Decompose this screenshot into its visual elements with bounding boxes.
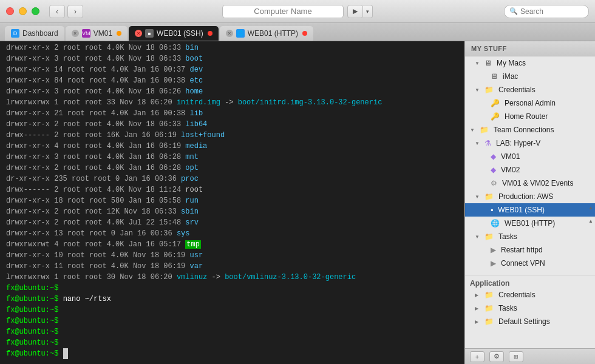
add-button[interactable]: + — [470, 351, 484, 362]
sidebar-item-web01-ssh[interactable]: ▪WEB01 (SSH)▲ — [465, 203, 595, 217]
tab-vm01[interactable]: × VM VM01 — [66, 26, 127, 41]
sidebar-item-web01-http[interactable]: 🌐WEB01 (HTTP)▲ — [465, 217, 595, 230]
sidebar-scroll[interactable]: 🖥My Macs🖥iMac📁Credentials🔑Personal Admin… — [465, 56, 595, 348]
date: Nov 18 06:20 — [120, 98, 172, 107]
sidebar-item-lab-hyper-v[interactable]: ⚗LAB: Hyper-V — [465, 136, 595, 150]
computer_small-icon: 🖥 — [491, 72, 498, 81]
terminal-line: dr-xr-xr-x 235 root root 0 Jan 16 00:36 … — [6, 174, 458, 184]
owner: root — [67, 197, 85, 205]
sidebar-item-label: Production: AWS — [498, 192, 553, 201]
sidebar-bottombar: + ⚙ ⊞ — [465, 348, 595, 364]
terminal-line: drwxr-xr-x 13 root root 0 Jan 16 00:36 s… — [6, 228, 458, 239]
date: Jan 16 06:28 — [129, 153, 181, 161]
prompt-text: fx@ubuntu:~$ — [6, 339, 58, 347]
group: root — [85, 186, 103, 194]
file-size: 4.0K — [107, 142, 124, 150]
sidebar-item-my-macs[interactable]: 🖥My Macs — [465, 56, 595, 70]
file-size: 4.0K — [111, 251, 129, 260]
title-center: ▶ ▾ — [222, 5, 373, 18]
group: root — [89, 197, 107, 205]
owner: root — [63, 153, 81, 161]
sidebar-item-credentials[interactable]: 📁Credentials — [465, 83, 595, 96]
owner: root — [67, 262, 85, 271]
sidebar-item-production-aws[interactable]: 📁Production: AWS — [465, 190, 595, 203]
sidebar-item-vm02[interactable]: ◆VM02 — [465, 163, 595, 177]
date: Jan 16 06:28 — [129, 164, 181, 172]
dir-name: proc — [181, 175, 199, 183]
sidebar-item-imac[interactable]: 🖥iMac — [465, 70, 595, 83]
tab-close-vm01[interactable]: × — [72, 30, 79, 37]
sidebar-item-app-tasks[interactable]: 📁Tasks — [465, 302, 595, 315]
file-size: 4.0K — [111, 262, 129, 271]
tab-close-web01-ssh[interactable]: × — [135, 30, 142, 37]
tab-dot-web01-http — [302, 31, 307, 36]
sidebar-item-team-connections[interactable]: 📁Team Connections — [465, 123, 595, 136]
search-input[interactable] — [520, 7, 583, 16]
scroll-indicator[interactable]: ▲ — [586, 217, 595, 225]
sidebar-item-vm01[interactable]: ◆VM01 — [465, 150, 595, 163]
owner: root — [63, 44, 81, 52]
group: root — [85, 273, 103, 281]
date: Nov 18 06:19 — [133, 262, 185, 271]
tab-web01-ssh[interactable]: × ■ WEB01 (SSH) — [129, 26, 219, 41]
terminal-line: fx@ubuntu:~$ — [6, 326, 458, 337]
sidebar-item-app-default-settings[interactable]: 📁Default Settings — [465, 315, 595, 328]
dir-name: srv — [185, 218, 199, 227]
prompt-text: fx@ubuntu:~$ — [6, 317, 58, 325]
grid-button[interactable]: ⊞ — [509, 351, 523, 362]
folder-icon: 📁 — [480, 126, 489, 134]
owner: root — [63, 87, 81, 96]
dir-name: boot — [185, 55, 203, 63]
sidebar-item-home-router[interactable]: 🔑Home Router — [465, 110, 595, 123]
minimize-button[interactable] — [19, 7, 27, 15]
sidebar-item-personal-admin[interactable]: 🔑Personal Admin — [465, 96, 595, 110]
titlebar: ‹ › ▶ ▾ 🔍 — [0, 0, 595, 23]
terminal-line: lrwxrwxrwx 1 root root 30 Nov 18 06:20 v… — [6, 272, 458, 283]
search-icon: 🔍 — [509, 7, 518, 15]
prompt-text: fx@ubuntu:~$ — [6, 306, 58, 314]
sidebar-item-tasks[interactable]: 📁Tasks — [465, 230, 595, 243]
task-icon: ▶ — [491, 246, 496, 254]
close-button[interactable] — [6, 7, 14, 15]
sidebar-item-app-credentials[interactable]: 📁Credentials — [465, 288, 595, 302]
tab-web01-http[interactable]: × 🌐 WEB01 (HTTP) — [220, 26, 313, 41]
terminal[interactable]: fx@ubuntu:~$ pwd/home/fxfx@ubuntu:~$ fx@… — [0, 41, 464, 364]
play-button[interactable]: ▶ — [347, 5, 363, 18]
permissions: drwxr-xr-x — [6, 207, 50, 216]
sidebar-item-label: My Macs — [497, 59, 526, 67]
dir-name: bin — [185, 44, 199, 52]
group: root — [89, 251, 107, 260]
disclosure-icon — [475, 194, 481, 200]
gear-icon: ⚙ — [491, 179, 497, 187]
link-name: vmlinuz — [177, 273, 207, 281]
terminal-line: fx@ubuntu:~$ — [6, 315, 458, 326]
tab-close-web01-http[interactable]: × — [226, 30, 233, 37]
sidebar-item-label: Default Settings — [498, 317, 550, 326]
sidebar-item-vm01-vm02-events[interactable]: ⚙VM01 & VM02 Events — [465, 177, 595, 190]
forward-button[interactable]: › — [67, 5, 83, 18]
owner: root — [63, 207, 81, 216]
dropdown-button[interactable]: ▾ — [363, 5, 373, 18]
sidebar-item-connect-vpn[interactable]: ▶Connect VPN — [465, 257, 595, 270]
scroll-up-button[interactable]: ▲ — [586, 203, 595, 212]
sidebar-item-restart-httpd[interactable]: ▶Restart httpd — [465, 243, 595, 257]
permissions: drwxr-xr-x — [6, 218, 50, 227]
tab-dashboard[interactable]: D Dashboard — [5, 26, 64, 41]
back-button[interactable]: ‹ — [49, 5, 65, 18]
folder_purple-icon: 📁 — [484, 192, 494, 201]
prompt-text: fx@ubuntu:~$ — [6, 328, 58, 336]
key-icon: 🔑 — [491, 99, 500, 107]
file-size: 4.0K — [107, 87, 124, 96]
folder-icon: 📁 — [484, 317, 494, 326]
group: root — [85, 44, 103, 52]
link-count: 21 — [54, 109, 63, 118]
computer-name-input[interactable] — [222, 5, 344, 18]
dir-name: sys — [177, 229, 190, 238]
date: Nov 18 06:33 — [124, 207, 176, 216]
gear-button[interactable]: ⚙ — [489, 351, 504, 362]
sidebar-item-label: WEB01 (SSH) — [498, 206, 545, 214]
maximize-button[interactable] — [32, 7, 39, 15]
owner: root — [72, 175, 89, 183]
tab-icon-vm01: VM — [82, 29, 90, 38]
file-size: 4.0K — [107, 164, 124, 172]
